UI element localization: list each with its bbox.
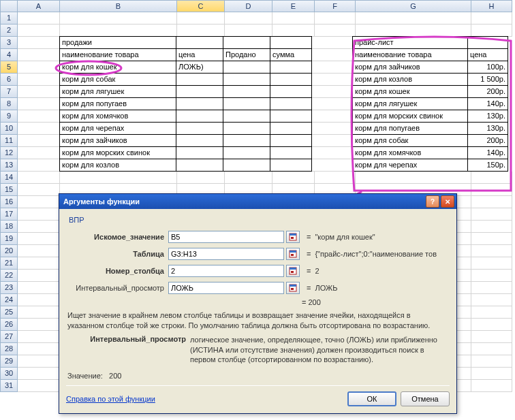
cell-G12[interactable]: корм для хомячков bbox=[352, 146, 468, 159]
row-header-1[interactable]: 1 bbox=[0, 12, 18, 25]
row-header-8[interactable]: 8 bbox=[0, 98, 18, 110]
cell-A15[interactable] bbox=[18, 184, 60, 196]
cell-A26[interactable] bbox=[18, 319, 60, 331]
row-header-29[interactable]: 29 bbox=[0, 355, 18, 368]
cell-G7[interactable]: корм для кошек bbox=[352, 85, 468, 98]
cell-D7[interactable] bbox=[223, 85, 270, 98]
row-header-14[interactable]: 14 bbox=[0, 172, 18, 184]
cell-B4[interactable]: наименование товара bbox=[59, 48, 176, 61]
cell-H30[interactable] bbox=[471, 368, 512, 380]
cell-E10[interactable] bbox=[270, 122, 312, 135]
cell-B7[interactable]: корм для лягушек bbox=[59, 85, 176, 98]
cell-B10[interactable]: корм для черепах bbox=[59, 122, 176, 135]
cell-F7[interactable] bbox=[312, 86, 353, 98]
cell-G1[interactable] bbox=[356, 12, 471, 25]
cell-C3[interactable] bbox=[176, 36, 223, 49]
cell-A17[interactable] bbox=[18, 208, 60, 221]
row-header-26[interactable]: 26 bbox=[0, 319, 18, 331]
row-header-7[interactable]: 7 bbox=[0, 86, 18, 98]
cell-G13[interactable]: корм для черепах bbox=[352, 159, 468, 172]
row-header-11[interactable]: 11 bbox=[0, 135, 18, 147]
ref-button-lookup[interactable] bbox=[286, 231, 300, 243]
cell-C10[interactable] bbox=[176, 122, 223, 135]
cell-H2[interactable] bbox=[471, 25, 512, 37]
cell-A25[interactable] bbox=[18, 306, 60, 319]
cell-H14[interactable] bbox=[471, 172, 512, 184]
cell-B9[interactable]: корм для хомячков bbox=[59, 110, 176, 123]
cell-A11[interactable] bbox=[18, 135, 60, 147]
row-header-21[interactable]: 21 bbox=[0, 257, 18, 270]
cell-A27[interactable] bbox=[18, 331, 60, 343]
cell-D9[interactable] bbox=[223, 110, 270, 123]
cell-E3[interactable] bbox=[270, 36, 312, 49]
cell-D10[interactable] bbox=[223, 122, 270, 135]
cell-C9[interactable] bbox=[176, 110, 223, 123]
cell-H4[interactable]: цена bbox=[467, 48, 508, 61]
cell-F3[interactable] bbox=[312, 37, 353, 49]
help-button[interactable]: ? bbox=[426, 195, 439, 208]
cell-H22[interactable] bbox=[471, 270, 512, 282]
cell-C5[interactable]: ЛОЖЬ) bbox=[176, 61, 223, 74]
cell-H16[interactable] bbox=[471, 196, 512, 208]
cell-E7[interactable] bbox=[270, 85, 312, 98]
row-header-9[interactable]: 9 bbox=[0, 110, 18, 123]
close-button[interactable]: ✕ bbox=[441, 195, 454, 208]
cell-H25[interactable] bbox=[471, 306, 512, 319]
col-header-F[interactable]: F bbox=[315, 0, 356, 12]
cell-H11[interactable]: 200р. bbox=[467, 134, 508, 147]
range-input[interactable] bbox=[168, 282, 284, 294]
cell-E14[interactable] bbox=[272, 172, 315, 184]
cell-B3[interactable]: продажи bbox=[59, 36, 176, 49]
cell-B11[interactable]: корм для зайчиков bbox=[59, 134, 176, 147]
cell-H31[interactable] bbox=[471, 380, 512, 392]
cell-E2[interactable] bbox=[272, 25, 315, 37]
cell-A30[interactable] bbox=[18, 368, 60, 380]
cell-C14[interactable] bbox=[177, 172, 225, 184]
cell-E1[interactable] bbox=[272, 12, 315, 25]
cell-F13[interactable] bbox=[312, 159, 353, 172]
cell-H5[interactable]: 100р. bbox=[467, 61, 508, 74]
cell-A19[interactable] bbox=[18, 233, 60, 245]
cell-A6[interactable] bbox=[18, 74, 60, 86]
cell-A7[interactable] bbox=[18, 86, 60, 98]
cell-G8[interactable]: корм для лягушек bbox=[352, 97, 468, 110]
cell-A16[interactable] bbox=[18, 196, 60, 208]
row-header-13[interactable]: 13 bbox=[0, 159, 18, 172]
cell-F5[interactable] bbox=[312, 61, 353, 74]
cell-F1[interactable] bbox=[315, 12, 356, 25]
cell-A2[interactable] bbox=[18, 25, 60, 37]
row-header-10[interactable]: 10 bbox=[0, 123, 18, 135]
cell-C2[interactable] bbox=[177, 25, 225, 37]
cell-E11[interactable] bbox=[270, 134, 312, 147]
cell-G3[interactable]: прайс-лист bbox=[352, 36, 468, 49]
col-header-D[interactable]: D bbox=[225, 0, 272, 12]
cell-F6[interactable] bbox=[312, 74, 353, 86]
cell-G4[interactable]: наименование товара bbox=[352, 48, 468, 61]
cell-D8[interactable] bbox=[223, 97, 270, 110]
cell-H20[interactable] bbox=[471, 245, 512, 257]
cell-A4[interactable] bbox=[18, 49, 60, 61]
cell-B1[interactable] bbox=[60, 12, 177, 25]
lookup-value-input[interactable] bbox=[168, 231, 284, 243]
cell-B2[interactable] bbox=[60, 25, 177, 37]
cell-D2[interactable] bbox=[225, 25, 272, 37]
cell-B14[interactable] bbox=[60, 172, 177, 184]
cell-C8[interactable] bbox=[176, 97, 223, 110]
cell-H13[interactable]: 150р. bbox=[467, 159, 508, 172]
cell-G5[interactable]: корм для зайчиков bbox=[352, 61, 468, 74]
cell-F11[interactable] bbox=[312, 135, 353, 147]
row-header-25[interactable]: 25 bbox=[0, 306, 18, 319]
col-header-E[interactable]: E bbox=[272, 0, 315, 12]
cell-H10[interactable]: 130р. bbox=[467, 122, 508, 135]
cell-C12[interactable] bbox=[176, 146, 223, 159]
cell-H9[interactable]: 130р. bbox=[467, 110, 508, 123]
cell-H1[interactable] bbox=[471, 12, 512, 25]
cell-F14[interactable] bbox=[315, 172, 356, 184]
col-input[interactable] bbox=[168, 265, 284, 277]
cell-A12[interactable] bbox=[18, 147, 60, 159]
col-header-H[interactable]: H bbox=[471, 0, 512, 12]
row-header-22[interactable]: 22 bbox=[0, 270, 18, 282]
cell-H6[interactable]: 1 500р. bbox=[467, 73, 508, 86]
cell-D13[interactable] bbox=[223, 159, 270, 172]
cell-E9[interactable] bbox=[270, 110, 312, 123]
